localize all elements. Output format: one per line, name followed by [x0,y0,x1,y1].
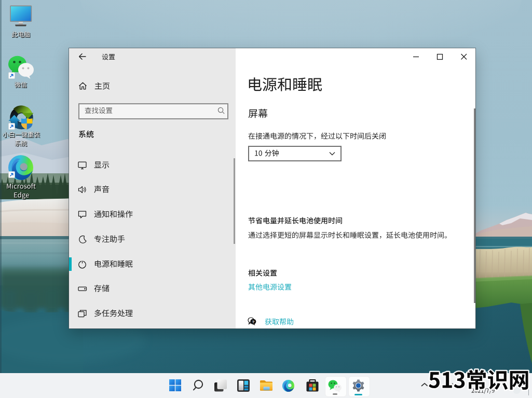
svg-text:?: ? [252,320,255,324]
